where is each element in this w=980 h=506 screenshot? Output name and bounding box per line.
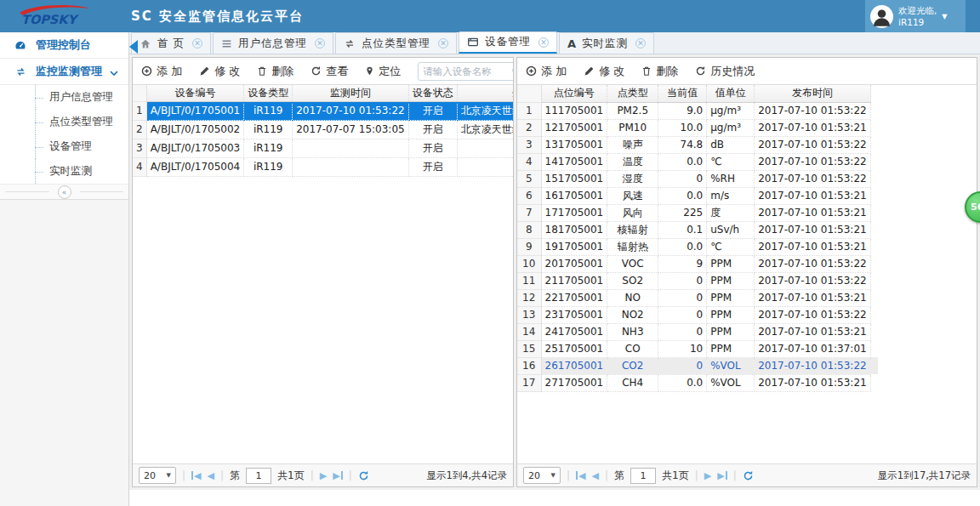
- tab-device-mgmt[interactable]: 设备管理 ✕: [459, 31, 557, 54]
- page-size-select[interactable]: 20▼: [139, 467, 176, 484]
- cell: 231705001: [541, 306, 607, 323]
- tab-home[interactable]: 首 页 ✕: [131, 32, 211, 54]
- table-row[interactable]: 2A/BJLT/0/1705002iR1192017-07-07 15:03:0…: [133, 120, 513, 139]
- add-button[interactable]: 添 加: [526, 64, 567, 79]
- table-row[interactable]: 12221705001NO0PPM2017-07-10 01:53:21: [517, 289, 878, 306]
- table-row[interactable]: 2121705001PM1010.0μg/m³2017-07-10 01:53:…: [517, 119, 878, 136]
- cell: PPM: [707, 272, 755, 289]
- search-input[interactable]: [423, 65, 511, 77]
- cell: %RH: [707, 170, 755, 187]
- sidebar-item-console[interactable]: 管理控制台: [0, 32, 128, 59]
- delete-button[interactable]: 删除: [641, 64, 678, 79]
- locate-button[interactable]: 定位: [365, 64, 401, 79]
- filler: [870, 221, 878, 238]
- cell: 2017-07-10 01:53:21: [755, 187, 870, 204]
- device-panel: 添 加 修 改 删除 查看: [132, 57, 514, 487]
- table-row[interactable]: 3A/BJLT/0/1705003iR119开启: [133, 139, 513, 157]
- column-header[interactable]: 监测时间: [293, 85, 408, 101]
- cell: 0: [658, 357, 707, 374]
- table-row[interactable]: 3131705001噪声74.8dB2017-07-10 01:53:22: [517, 136, 878, 153]
- prev-page-button[interactable]: ◀: [208, 470, 214, 481]
- row-number: 2: [133, 120, 146, 139]
- page-number-input[interactable]: [630, 468, 656, 484]
- filler: [870, 340, 878, 357]
- sidebar-item-user-info[interactable]: 用户信息管理: [0, 85, 128, 110]
- page-size-select[interactable]: 20▼: [523, 467, 561, 484]
- sidebar-item-point-type[interactable]: 点位类型管理: [0, 110, 128, 134]
- reload-icon[interactable]: [743, 470, 754, 481]
- table-row[interactable]: 8181705001核辐射0.1uSv/h2017-07-10 01:53:21: [517, 221, 878, 238]
- next-page-button[interactable]: ▶: [320, 470, 327, 481]
- sidebar-group-monitoring[interactable]: 监控监测管理: [0, 59, 128, 85]
- table-row[interactable]: 1111705001PM2.59.0μg/m³2017-07-10 01:53:…: [517, 102, 878, 119]
- table-row[interactable]: 9191705001辐射热0.0℃2017-07-10 01:53:21: [517, 238, 878, 255]
- history-button[interactable]: 历史情况: [695, 64, 755, 79]
- column-header[interactable]: 设备编号: [146, 85, 244, 101]
- table-row[interactable]: 5151705001湿度0%RH2017-07-10 01:53:22: [517, 170, 878, 187]
- topsky-logo: TOPSKY: [12, 3, 97, 30]
- column-header[interactable]: 点位编号: [541, 85, 607, 102]
- sidebar-item-device-mgmt[interactable]: 设备管理: [0, 134, 128, 159]
- button-label: 删除: [271, 64, 293, 79]
- page-number-input[interactable]: [246, 468, 271, 484]
- first-page-button[interactable]: ◀: [576, 470, 585, 481]
- cell: 0: [658, 306, 707, 323]
- close-icon[interactable]: ✕: [635, 38, 646, 48]
- table-row[interactable]: 7171705001风向225度2017-07-10 01:53:21: [517, 204, 878, 221]
- column-header[interactable]: 值单位: [707, 85, 755, 102]
- last-page-button[interactable]: ▶: [333, 470, 342, 481]
- view-button[interactable]: 查看: [311, 64, 348, 79]
- user-caret-icon: ▼: [942, 13, 947, 20]
- add-button[interactable]: 添 加: [141, 64, 182, 79]
- column-header[interactable]: 企业名称: [457, 85, 513, 101]
- tab-user-info[interactable]: 用户信息管理 ✕: [213, 32, 333, 54]
- user-menu[interactable]: 欢迎光临, iR119 ▼: [865, 0, 966, 32]
- delete-button[interactable]: 删除: [257, 64, 293, 79]
- cell: NO2: [607, 306, 658, 323]
- cell: ℃: [707, 153, 755, 170]
- row-number: 8: [517, 221, 541, 238]
- sidebar-collapse-bar[interactable]: «: [0, 185, 128, 200]
- column-header[interactable]: 当前值: [658, 85, 707, 102]
- table-row[interactable]: 11211705001SO20PPM2017-07-10 01:53:22: [517, 272, 878, 289]
- table-row[interactable]: 17271705001CH40.0%VOL2017-07-10 01:53:21: [517, 374, 878, 391]
- tab-point-type[interactable]: 点位类型管理 ✕: [335, 32, 457, 54]
- sidebar-item-realtime[interactable]: 实时监测: [0, 159, 128, 184]
- row-number: 1: [133, 101, 146, 120]
- cell: 风速: [607, 187, 658, 204]
- close-icon[interactable]: ✕: [315, 38, 325, 48]
- next-page-button[interactable]: ▶: [704, 470, 711, 481]
- table-row[interactable]: 15251705001CO10PPM2017-07-10 01:37:01: [517, 340, 878, 357]
- cell: 2017-07-10 01:53:21: [755, 204, 870, 221]
- collapse-icon[interactable]: «: [58, 185, 71, 199]
- cell: 2017-07-10 01:53:21: [755, 323, 870, 340]
- cell: A/BJLT/0/1705001: [146, 101, 244, 120]
- table-row[interactable]: 13231705001NO20PPM2017-07-10 01:53:22: [517, 306, 878, 323]
- column-header[interactable]: 设备类型: [244, 85, 293, 101]
- table-row[interactable]: 16261705001CO20%VOL2017-07-10 01:53:22: [517, 357, 878, 374]
- cell: 111705001: [541, 102, 607, 119]
- table-row[interactable]: 1A/BJLT/0/1705001iR1192017-07-10 01:53:2…: [133, 101, 513, 120]
- prev-page-button[interactable]: ◀: [592, 470, 599, 481]
- close-icon[interactable]: ✕: [538, 37, 549, 48]
- table-row[interactable]: 6161705001风速0.0m/s2017-07-10 01:53:21: [517, 187, 878, 204]
- table-row[interactable]: 14241705001NH30PPM2017-07-10 01:53:21: [517, 323, 878, 340]
- column-header[interactable]: 发布时间: [755, 85, 870, 102]
- table-row[interactable]: 10201705001VOC9PPM2017-07-10 01:53:22: [517, 255, 878, 272]
- column-header[interactable]: 设备状态: [408, 85, 457, 101]
- tab-realtime[interactable]: A 实时监测 ✕: [559, 32, 654, 54]
- last-page-button[interactable]: ▶: [717, 470, 726, 481]
- plus-circle-icon: [141, 65, 152, 77]
- close-icon[interactable]: ✕: [438, 38, 448, 48]
- table-row[interactable]: 4A/BJLT/0/1705004iR119开启: [133, 157, 513, 176]
- edit-button[interactable]: 修 改: [584, 64, 624, 79]
- close-icon[interactable]: ✕: [192, 38, 202, 48]
- reload-icon[interactable]: [358, 470, 369, 481]
- cell: iR119: [244, 120, 293, 139]
- first-page-button[interactable]: ◀: [191, 470, 201, 481]
- button-label: 修 改: [214, 64, 240, 79]
- column-header[interactable]: 点类型: [607, 85, 658, 102]
- table-row[interactable]: 4141705001温度0.0℃2017-07-10 01:53:22: [517, 153, 878, 170]
- search-icon[interactable]: [511, 65, 514, 77]
- edit-button[interactable]: 修 改: [199, 64, 240, 79]
